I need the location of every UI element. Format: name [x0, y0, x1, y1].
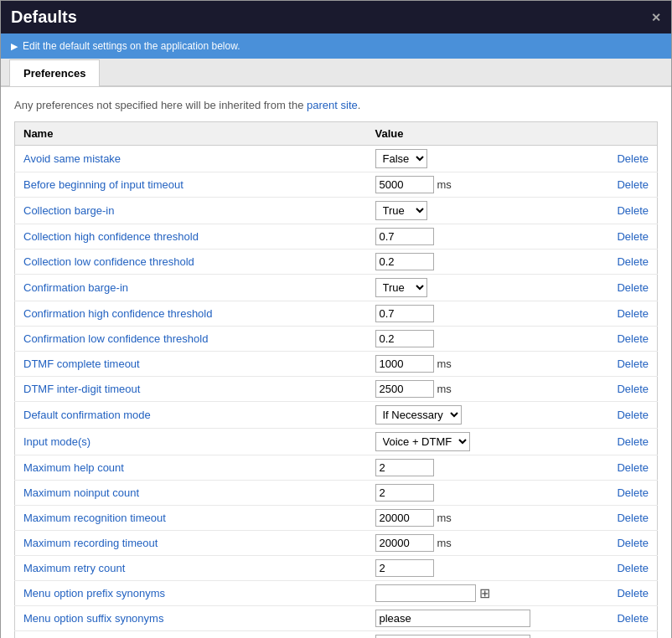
pref-input[interactable]: [375, 509, 434, 527]
info-bar: ▶ Edit the default settings on the appli…: [1, 33, 671, 59]
tabs-bar: Preferences: [1, 59, 671, 87]
unit-label: ms: [437, 178, 452, 191]
delete-link[interactable]: Delete: [568, 455, 658, 481]
pref-value-cell: TrueFalse: [367, 275, 568, 301]
pref-value-cell: TrueFalse: [367, 198, 568, 224]
pref-input[interactable]: [375, 484, 434, 502]
grid-icon[interactable]: ⊞: [479, 585, 490, 601]
text-icon-wrapper: ⊞: [375, 584, 560, 602]
pref-input[interactable]: [375, 228, 434, 245]
pref-value-cell: Voice + DTMFVoiceDTMF: [367, 429, 568, 455]
delete-link[interactable]: Delete: [568, 146, 658, 172]
pref-select[interactable]: TrueFalse: [375, 278, 427, 297]
close-button[interactable]: ✕: [651, 11, 661, 24]
delete-link[interactable]: Delete: [568, 429, 658, 455]
tab-preferences[interactable]: Preferences: [9, 59, 100, 86]
table-row: Maximum help countDelete: [15, 455, 658, 481]
pref-select[interactable]: Voice + DTMFVoiceDTMF: [375, 432, 470, 451]
table-row: Collection low confidence thresholdDelet…: [15, 250, 658, 275]
pref-input[interactable]: [375, 380, 434, 398]
defaults-window: Defaults ✕ ▶ Edit the default settings o…: [0, 0, 672, 638]
table-row: Default confirmation modeIf NecessaryAlw…: [15, 402, 658, 429]
delete-link[interactable]: Delete: [568, 224, 658, 250]
delete-link[interactable]: Delete: [568, 581, 658, 606]
table-row: Avoid same mistakeFalseTrueDelete: [15, 146, 658, 172]
pref-value-cell: [367, 224, 568, 250]
pref-name-cell: Input mode(s): [15, 429, 367, 455]
delete-link[interactable]: Delete: [568, 301, 658, 327]
delete-link[interactable]: Delete: [568, 250, 658, 275]
pref-value-cell: ms: [367, 377, 568, 402]
inherit-note: Any preferences not specified here will …: [14, 99, 658, 111]
pref-input[interactable]: [375, 355, 434, 373]
unit-label: ms: [437, 512, 452, 524]
pref-select[interactable]: TrueFalse: [375, 201, 427, 220]
unit-label: ms: [437, 383, 452, 395]
pref-value-cell: If NecessaryAlwaysNever: [367, 402, 568, 429]
pref-value-cell: [367, 327, 568, 352]
delete-link[interactable]: Delete: [568, 327, 658, 352]
pref-name-cell: Confirmation barge-in: [15, 275, 367, 301]
unit-label: ms: [437, 537, 452, 549]
table-row: Before beginning of input timeoutmsDelet…: [15, 172, 658, 198]
table-row: Collection barge-inTrueFalseDelete: [15, 198, 658, 224]
pref-input[interactable]: [375, 534, 434, 552]
pref-value-cell: FalseTrue: [367, 146, 568, 172]
col-header-value: Value: [367, 122, 568, 146]
pref-value-cell: [367, 606, 568, 631]
pref-value-cell: ms: [367, 172, 568, 198]
delete-link[interactable]: Delete: [568, 556, 658, 581]
pref-value-cell: [367, 301, 568, 327]
table-row: One-step correction synonymsDelete: [15, 631, 658, 639]
delete-link[interactable]: Delete: [568, 481, 658, 506]
pref-input[interactable]: [375, 459, 434, 476]
table-row: Confirmation high confidence thresholdDe…: [15, 301, 658, 327]
delete-link[interactable]: Delete: [568, 198, 658, 224]
pref-name-cell: One-step correction synonyms: [15, 631, 367, 639]
pref-value-cell: ms: [367, 506, 568, 531]
pref-name-cell: Confirmation high confidence threshold: [15, 301, 367, 327]
pref-input[interactable]: [375, 330, 434, 347]
pref-value-cell: [367, 556, 568, 581]
pref-name-cell: Collection low confidence threshold: [15, 250, 367, 275]
pref-name-cell: Menu option prefix synonyms: [15, 581, 367, 606]
pref-input[interactable]: [375, 176, 434, 193]
table-row: Confirmation barge-inTrueFalseDelete: [15, 275, 658, 301]
pref-select[interactable]: FalseTrue: [375, 149, 427, 168]
pref-value-cell: ms: [367, 352, 568, 377]
table-row: Menu option prefix synonyms⊞Delete: [15, 581, 658, 606]
pref-input[interactable]: [375, 635, 530, 638]
pref-name-cell: Maximum recording timeout: [15, 531, 367, 556]
pref-input[interactable]: [375, 610, 530, 627]
table-row: DTMF inter-digit timeoutmsDelete: [15, 377, 658, 402]
pref-input[interactable]: [375, 305, 434, 322]
table-row: Maximum recognition timeoutmsDelete: [15, 506, 658, 531]
pref-name-cell: Before beginning of input timeout: [15, 172, 367, 198]
pref-name-cell: Maximum retry count: [15, 556, 367, 581]
pref-input[interactable]: [375, 584, 476, 602]
delete-link[interactable]: Delete: [568, 377, 658, 402]
pref-select[interactable]: If NecessaryAlwaysNever: [375, 405, 462, 424]
pref-name-cell: Menu option suffix synonyms: [15, 606, 367, 631]
delete-link[interactable]: Delete: [568, 506, 658, 531]
pref-name-cell: Collection high confidence threshold: [15, 224, 367, 250]
table-row: Maximum noinput countDelete: [15, 481, 658, 506]
window-title: Defaults: [11, 8, 77, 27]
table-row: Input mode(s)Voice + DTMFVoiceDTMFDelete: [15, 429, 658, 455]
delete-link[interactable]: Delete: [568, 402, 658, 429]
title-bar: Defaults ✕: [1, 1, 671, 33]
parent-site-link[interactable]: parent site: [307, 99, 358, 111]
delete-link[interactable]: Delete: [568, 275, 658, 301]
delete-link[interactable]: Delete: [568, 606, 658, 631]
pref-input[interactable]: [375, 559, 434, 577]
pref-value-cell: ms: [367, 531, 568, 556]
pref-name-cell: Avoid same mistake: [15, 146, 367, 172]
delete-link[interactable]: Delete: [568, 172, 658, 198]
delete-link[interactable]: Delete: [568, 352, 658, 377]
info-text: Edit the default settings on the applica…: [23, 40, 240, 52]
delete-link[interactable]: Delete: [568, 531, 658, 556]
pref-input[interactable]: [375, 253, 434, 270]
pref-name-cell: Maximum recognition timeout: [15, 506, 367, 531]
delete-link[interactable]: Delete: [568, 631, 658, 639]
pref-value-cell: [367, 455, 568, 481]
